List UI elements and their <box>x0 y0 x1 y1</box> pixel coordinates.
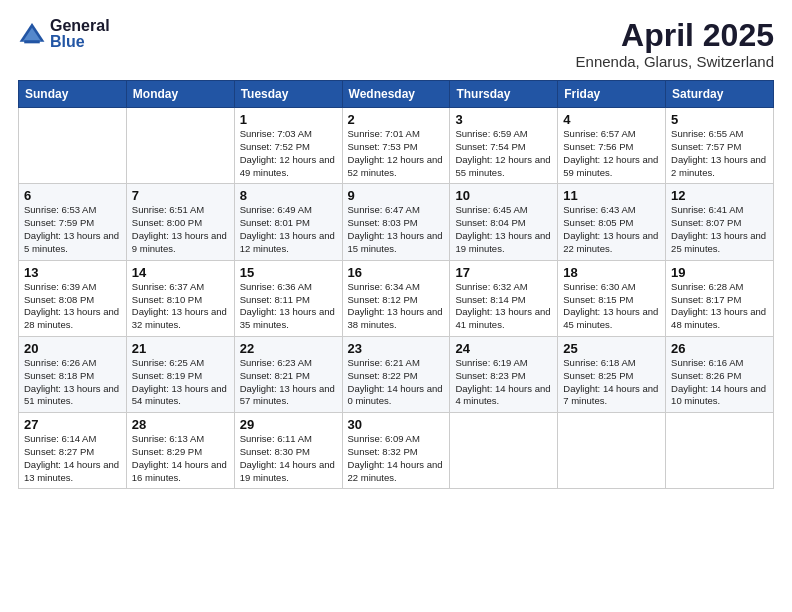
day-header-wednesday: Wednesday <box>342 81 450 108</box>
page: General Blue April 2025 Ennenda, Glarus,… <box>0 0 792 612</box>
week-row-2: 6Sunrise: 6:53 AM Sunset: 7:59 PM Daylig… <box>19 184 774 260</box>
day-info: Sunrise: 6:39 AM Sunset: 8:08 PM Dayligh… <box>24 281 121 332</box>
day-number: 10 <box>455 188 552 203</box>
day-info: Sunrise: 6:55 AM Sunset: 7:57 PM Dayligh… <box>671 128 768 179</box>
day-number: 29 <box>240 417 337 432</box>
day-info: Sunrise: 6:41 AM Sunset: 8:07 PM Dayligh… <box>671 204 768 255</box>
day-info: Sunrise: 6:37 AM Sunset: 8:10 PM Dayligh… <box>132 281 229 332</box>
logo: General Blue <box>18 18 110 50</box>
calendar-cell <box>558 413 666 489</box>
day-info: Sunrise: 6:25 AM Sunset: 8:19 PM Dayligh… <box>132 357 229 408</box>
week-row-3: 13Sunrise: 6:39 AM Sunset: 8:08 PM Dayli… <box>19 260 774 336</box>
day-info: Sunrise: 6:23 AM Sunset: 8:21 PM Dayligh… <box>240 357 337 408</box>
day-header-friday: Friday <box>558 81 666 108</box>
logo-text: General Blue <box>50 18 110 50</box>
header-row: SundayMondayTuesdayWednesdayThursdayFrid… <box>19 81 774 108</box>
day-number: 26 <box>671 341 768 356</box>
day-number: 17 <box>455 265 552 280</box>
day-header-thursday: Thursday <box>450 81 558 108</box>
day-number: 14 <box>132 265 229 280</box>
calendar-cell: 4Sunrise: 6:57 AM Sunset: 7:56 PM Daylig… <box>558 108 666 184</box>
calendar-cell: 21Sunrise: 6:25 AM Sunset: 8:19 PM Dayli… <box>126 336 234 412</box>
day-info: Sunrise: 6:49 AM Sunset: 8:01 PM Dayligh… <box>240 204 337 255</box>
day-number: 1 <box>240 112 337 127</box>
day-number: 8 <box>240 188 337 203</box>
calendar-cell: 8Sunrise: 6:49 AM Sunset: 8:01 PM Daylig… <box>234 184 342 260</box>
day-number: 18 <box>563 265 660 280</box>
logo-blue: Blue <box>50 34 110 50</box>
calendar-cell: 1Sunrise: 7:03 AM Sunset: 7:52 PM Daylig… <box>234 108 342 184</box>
day-header-saturday: Saturday <box>666 81 774 108</box>
day-info: Sunrise: 6:13 AM Sunset: 8:29 PM Dayligh… <box>132 433 229 484</box>
calendar-cell: 24Sunrise: 6:19 AM Sunset: 8:23 PM Dayli… <box>450 336 558 412</box>
day-number: 28 <box>132 417 229 432</box>
day-info: Sunrise: 6:09 AM Sunset: 8:32 PM Dayligh… <box>348 433 445 484</box>
week-row-4: 20Sunrise: 6:26 AM Sunset: 8:18 PM Dayli… <box>19 336 774 412</box>
logo-icon <box>18 20 46 48</box>
calendar-cell <box>19 108 127 184</box>
day-number: 25 <box>563 341 660 356</box>
calendar-cell: 22Sunrise: 6:23 AM Sunset: 8:21 PM Dayli… <box>234 336 342 412</box>
calendar-cell: 14Sunrise: 6:37 AM Sunset: 8:10 PM Dayli… <box>126 260 234 336</box>
day-number: 7 <box>132 188 229 203</box>
day-header-monday: Monday <box>126 81 234 108</box>
day-number: 12 <box>671 188 768 203</box>
day-number: 13 <box>24 265 121 280</box>
day-number: 4 <box>563 112 660 127</box>
calendar-cell: 27Sunrise: 6:14 AM Sunset: 8:27 PM Dayli… <box>19 413 127 489</box>
calendar-title: April 2025 <box>576 18 774 53</box>
day-number: 24 <box>455 341 552 356</box>
header: General Blue April 2025 Ennenda, Glarus,… <box>18 18 774 70</box>
day-number: 3 <box>455 112 552 127</box>
day-number: 19 <box>671 265 768 280</box>
day-info: Sunrise: 6:11 AM Sunset: 8:30 PM Dayligh… <box>240 433 337 484</box>
day-info: Sunrise: 6:43 AM Sunset: 8:05 PM Dayligh… <box>563 204 660 255</box>
calendar-cell: 9Sunrise: 6:47 AM Sunset: 8:03 PM Daylig… <box>342 184 450 260</box>
day-info: Sunrise: 6:34 AM Sunset: 8:12 PM Dayligh… <box>348 281 445 332</box>
week-row-1: 1Sunrise: 7:03 AM Sunset: 7:52 PM Daylig… <box>19 108 774 184</box>
calendar-cell: 15Sunrise: 6:36 AM Sunset: 8:11 PM Dayli… <box>234 260 342 336</box>
calendar-cell: 29Sunrise: 6:11 AM Sunset: 8:30 PM Dayli… <box>234 413 342 489</box>
calendar-header: SundayMondayTuesdayWednesdayThursdayFrid… <box>19 81 774 108</box>
day-info: Sunrise: 6:53 AM Sunset: 7:59 PM Dayligh… <box>24 204 121 255</box>
calendar-cell: 30Sunrise: 6:09 AM Sunset: 8:32 PM Dayli… <box>342 413 450 489</box>
calendar-subtitle: Ennenda, Glarus, Switzerland <box>576 53 774 70</box>
calendar-cell: 5Sunrise: 6:55 AM Sunset: 7:57 PM Daylig… <box>666 108 774 184</box>
calendar-cell: 12Sunrise: 6:41 AM Sunset: 8:07 PM Dayli… <box>666 184 774 260</box>
day-info: Sunrise: 6:28 AM Sunset: 8:17 PM Dayligh… <box>671 281 768 332</box>
day-info: Sunrise: 6:57 AM Sunset: 7:56 PM Dayligh… <box>563 128 660 179</box>
day-header-tuesday: Tuesday <box>234 81 342 108</box>
day-info: Sunrise: 6:26 AM Sunset: 8:18 PM Dayligh… <box>24 357 121 408</box>
day-info: Sunrise: 7:03 AM Sunset: 7:52 PM Dayligh… <box>240 128 337 179</box>
day-number: 15 <box>240 265 337 280</box>
day-info: Sunrise: 7:01 AM Sunset: 7:53 PM Dayligh… <box>348 128 445 179</box>
calendar-cell: 17Sunrise: 6:32 AM Sunset: 8:14 PM Dayli… <box>450 260 558 336</box>
calendar-body: 1Sunrise: 7:03 AM Sunset: 7:52 PM Daylig… <box>19 108 774 489</box>
calendar-cell: 28Sunrise: 6:13 AM Sunset: 8:29 PM Dayli… <box>126 413 234 489</box>
day-number: 5 <box>671 112 768 127</box>
calendar-cell: 16Sunrise: 6:34 AM Sunset: 8:12 PM Dayli… <box>342 260 450 336</box>
day-number: 27 <box>24 417 121 432</box>
calendar-cell: 18Sunrise: 6:30 AM Sunset: 8:15 PM Dayli… <box>558 260 666 336</box>
day-info: Sunrise: 6:51 AM Sunset: 8:00 PM Dayligh… <box>132 204 229 255</box>
day-info: Sunrise: 6:16 AM Sunset: 8:26 PM Dayligh… <box>671 357 768 408</box>
calendar-cell <box>126 108 234 184</box>
title-block: April 2025 Ennenda, Glarus, Switzerland <box>576 18 774 70</box>
calendar-cell: 3Sunrise: 6:59 AM Sunset: 7:54 PM Daylig… <box>450 108 558 184</box>
day-info: Sunrise: 6:19 AM Sunset: 8:23 PM Dayligh… <box>455 357 552 408</box>
day-info: Sunrise: 6:59 AM Sunset: 7:54 PM Dayligh… <box>455 128 552 179</box>
day-info: Sunrise: 6:30 AM Sunset: 8:15 PM Dayligh… <box>563 281 660 332</box>
day-number: 9 <box>348 188 445 203</box>
day-number: 23 <box>348 341 445 356</box>
day-number: 16 <box>348 265 445 280</box>
calendar-cell <box>666 413 774 489</box>
day-number: 21 <box>132 341 229 356</box>
calendar-cell: 13Sunrise: 6:39 AM Sunset: 8:08 PM Dayli… <box>19 260 127 336</box>
day-header-sunday: Sunday <box>19 81 127 108</box>
day-number: 22 <box>240 341 337 356</box>
logo-general: General <box>50 18 110 34</box>
week-row-5: 27Sunrise: 6:14 AM Sunset: 8:27 PM Dayli… <box>19 413 774 489</box>
calendar-cell: 11Sunrise: 6:43 AM Sunset: 8:05 PM Dayli… <box>558 184 666 260</box>
day-number: 6 <box>24 188 121 203</box>
calendar-cell: 10Sunrise: 6:45 AM Sunset: 8:04 PM Dayli… <box>450 184 558 260</box>
